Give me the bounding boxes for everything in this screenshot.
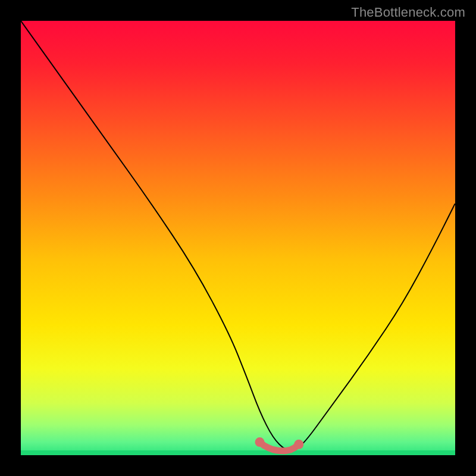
chart-frame: TheBottleneck.com xyxy=(0,0,476,476)
optimal-range-end-dot xyxy=(294,440,303,449)
optimal-range-start-dot xyxy=(255,437,265,447)
bottom-green-band xyxy=(21,450,455,455)
watermark-text: TheBottleneck.com xyxy=(351,5,465,20)
gradient-background xyxy=(21,21,455,455)
plot-svg xyxy=(21,21,455,455)
plot-area xyxy=(21,21,455,455)
